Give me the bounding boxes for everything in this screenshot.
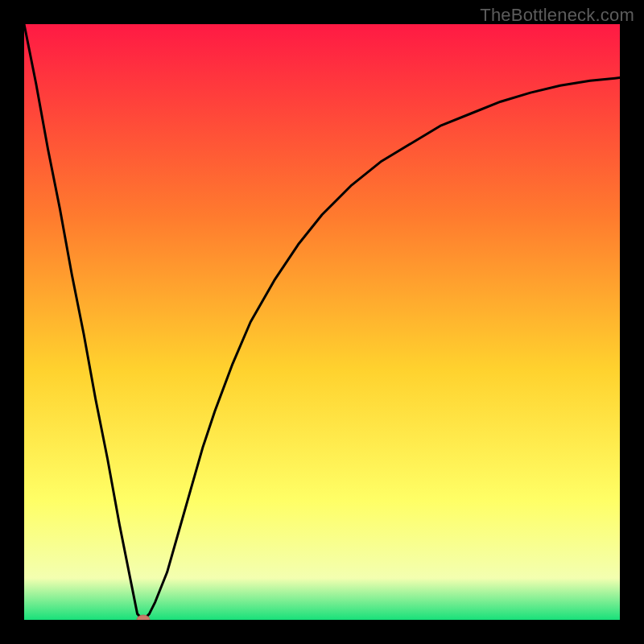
chart-frame: TheBottleneck.com	[0, 0, 644, 644]
plot-area	[24, 24, 620, 620]
watermark-text: TheBottleneck.com	[480, 5, 634, 26]
bottleneck-chart	[24, 24, 620, 620]
gradient-background	[24, 24, 620, 620]
